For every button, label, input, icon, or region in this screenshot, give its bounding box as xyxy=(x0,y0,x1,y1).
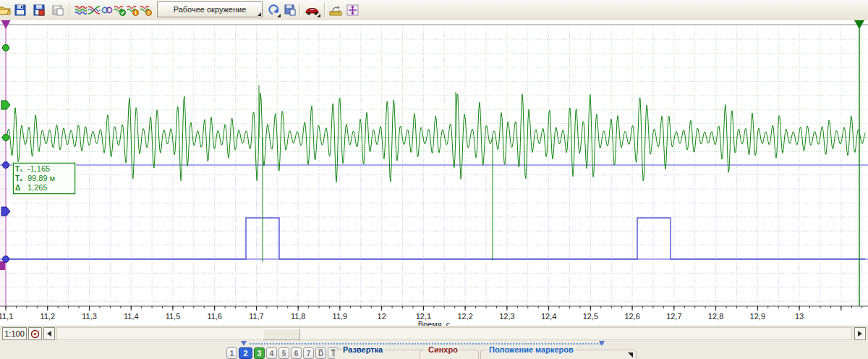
t2-marker-icon: T₂ xyxy=(15,174,27,183)
left-arrow-icon xyxy=(47,331,51,337)
x-tick-label: 11,2 xyxy=(40,312,55,321)
waves-2-icon: 2 xyxy=(140,4,153,16)
workspace-dropdown-label: Рабочее окружение xyxy=(174,5,247,14)
x-tick-label: 12,7 xyxy=(666,312,681,321)
bottom-control-bar: 1:100 1234567DTE РазверткаСинхроПоложени… xyxy=(0,326,868,359)
x-tick-label: 12,2 xyxy=(457,312,472,321)
toolbar-separator xyxy=(69,3,69,17)
zoom-ratio-button[interactable]: 1:100 xyxy=(2,327,27,340)
save-copy-icon xyxy=(52,4,64,16)
blue-zero-marker[interactable] xyxy=(3,256,9,263)
save-button[interactable] xyxy=(12,1,28,18)
x-tick-label: 12,5 xyxy=(583,312,598,321)
x-tick-label: 11,3 xyxy=(82,312,97,321)
x-tick-label: 12,8 xyxy=(708,312,723,321)
group-box-label: Развертка xyxy=(341,345,385,354)
marker-center-button[interactable] xyxy=(28,327,42,340)
x-tick-label: 11,4 xyxy=(124,312,139,321)
right-arrow-icon xyxy=(858,331,862,337)
scope-tab-1[interactable]: 1 xyxy=(226,347,237,359)
scope-tab-2[interactable]: 2 xyxy=(239,347,252,359)
measure-ruler-button[interactable] xyxy=(327,1,344,18)
ruler-refresh-icon xyxy=(329,4,342,16)
signal-tabs: 1234567DTE xyxy=(226,347,351,359)
x-tick-label: 12,6 xyxy=(624,312,639,321)
group-box: Синхро xyxy=(420,350,479,359)
scope-tab-D[interactable]: D xyxy=(315,347,326,359)
x-axis-title: Время, с xyxy=(418,320,451,326)
readout-row-t1: T₁ -1,165 xyxy=(15,164,73,174)
x-tick-label: 12 xyxy=(378,312,386,321)
scroll-left-button[interactable] xyxy=(43,327,55,340)
group-corner-icon xyxy=(628,352,633,358)
delta-marker-icon: Δ xyxy=(15,183,27,193)
scope-tab-5[interactable]: 5 xyxy=(278,347,289,359)
plot-background xyxy=(0,20,868,326)
dropdown-corner-icon xyxy=(258,12,261,16)
slider-thumb-left[interactable] xyxy=(241,341,247,346)
group-box: Развертка xyxy=(334,350,424,359)
toolbar: 1 2 Рабочее окружение xyxy=(0,0,868,21)
dropdown-corner-icon xyxy=(277,14,281,17)
t1-marker-icon: T₁ xyxy=(15,164,27,174)
dropdown-corner-icon xyxy=(317,14,320,17)
oscilloscope-app: 1 2 Рабочее окружение xyxy=(0,0,868,359)
save-as-icon xyxy=(33,4,45,16)
x-tick-label: 11,7 xyxy=(249,312,264,321)
scope-tab-6[interactable]: 6 xyxy=(291,347,302,359)
x-tick-label: 12,3 xyxy=(499,312,514,321)
delta-value: 1,265 xyxy=(27,183,48,193)
x-tick-label: 11,1 xyxy=(0,312,13,321)
zoom-ratio-label: 1:100 xyxy=(4,329,25,338)
save-copy-button[interactable] xyxy=(49,1,66,18)
x-tick-label: 11,9 xyxy=(333,312,348,321)
fit-vertical-button[interactable] xyxy=(344,1,361,18)
open-folder-icon xyxy=(0,4,12,16)
save-as-button[interactable] xyxy=(30,1,47,18)
green-zero-marker[interactable] xyxy=(3,135,9,141)
undo-button[interactable] xyxy=(265,1,281,18)
save-fragment-button[interactable] xyxy=(281,1,298,18)
slider-thumb-right[interactable] xyxy=(599,341,605,346)
scope-tab-4[interactable]: 4 xyxy=(266,347,277,359)
x-tick-label: 12,9 xyxy=(750,312,765,321)
group-box: Положение маркеров xyxy=(480,350,637,359)
toolbar-separator xyxy=(324,3,325,17)
horizontal-scrollbar[interactable] xyxy=(56,327,852,340)
scroll-right-button[interactable] xyxy=(854,327,866,340)
scrollbar-thumb[interactable] xyxy=(263,329,300,340)
group-box-label: Синхро xyxy=(426,345,460,354)
scope-tab-3[interactable]: 3 xyxy=(254,347,265,359)
x-tick-label: 13 xyxy=(795,312,804,321)
marker-position-slider-track[interactable] xyxy=(250,343,601,345)
green-level-marker-1[interactable] xyxy=(3,45,9,51)
x-tick-label: 11,6 xyxy=(207,312,222,321)
save-icon xyxy=(14,4,26,16)
waves-2-button[interactable]: 2 xyxy=(137,1,154,18)
group-box-label: Положение маркеров xyxy=(487,345,576,354)
readout-row-delta: Δ 1,265 xyxy=(15,183,73,193)
t1-value: -1,165 xyxy=(27,164,50,174)
blue-level-marker-1[interactable] xyxy=(3,162,9,169)
left-cursor-bottom-handle[interactable] xyxy=(0,261,5,270)
save-fragment-icon xyxy=(284,4,296,16)
readout-row-t2: T₂ 99,89 м xyxy=(15,174,73,183)
svg-text:2: 2 xyxy=(147,10,150,15)
svg-text:1: 1 xyxy=(134,10,137,15)
target-icon xyxy=(30,329,40,339)
fit-vertical-icon xyxy=(346,4,359,16)
toolbar-separator xyxy=(299,3,300,17)
scope-tab-7[interactable]: 7 xyxy=(303,347,314,359)
workspace-dropdown[interactable]: Рабочее окружение xyxy=(157,1,263,17)
t2-value: 99,89 м xyxy=(27,174,55,183)
car-mode-button[interactable] xyxy=(303,1,321,18)
x-tick-label: 11,8 xyxy=(291,312,306,321)
scope-plot: 11,111,211,311,411,511,611,711,811,91212… xyxy=(0,20,868,326)
x-tick-label: 12,4 xyxy=(541,312,556,321)
x-tick-label: 11,5 xyxy=(166,312,181,321)
marker-readout-panel: T₁ -1,165 T₂ 99,89 м Δ 1,265 xyxy=(13,163,75,194)
